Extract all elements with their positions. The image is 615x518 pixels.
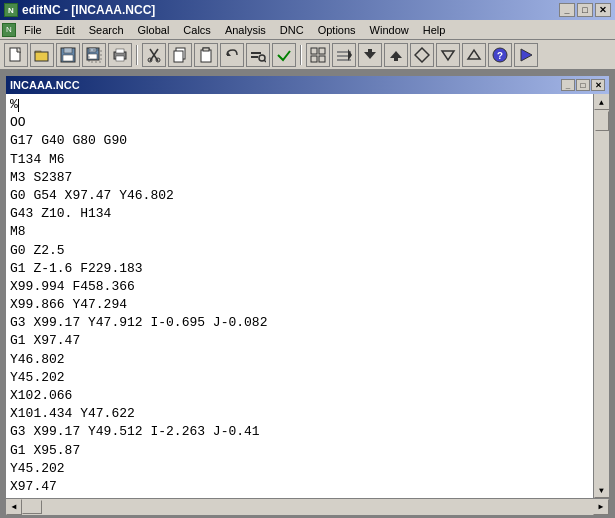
find-button[interactable] (246, 43, 270, 67)
cut-button[interactable] (142, 43, 166, 67)
code-line: G1 X95.87 (10, 443, 80, 458)
up-button[interactable] (384, 43, 408, 67)
title-controls: _ □ ✕ (559, 3, 611, 17)
vertical-scrollbar[interactable]: ▲ ▼ (593, 94, 609, 498)
menu-file[interactable]: File (18, 22, 48, 38)
svg-marker-40 (442, 51, 454, 60)
svg-rect-8 (88, 54, 97, 59)
mdi-title: INCAAA.NCC (10, 79, 80, 91)
menu-options[interactable]: Options (312, 22, 362, 38)
menu-calcs[interactable]: Calcs (177, 22, 217, 38)
code-line: G43 Z10. H134 (10, 206, 111, 221)
down-button[interactable] (358, 43, 382, 67)
code-line: G1 Z-1.6 F229.183 (10, 261, 143, 276)
triangle-down-button[interactable] (436, 43, 460, 67)
code-line: G1 X97.47 (10, 333, 80, 348)
svg-marker-39 (415, 48, 429, 62)
h-scroll-thumb[interactable] (22, 500, 42, 514)
title-bar-left: N editNC - [INCAAA.NCC] (4, 3, 155, 17)
code-line: G0 G54 X97.47 Y46.802 (10, 188, 174, 203)
svg-rect-4 (64, 48, 72, 53)
svg-line-26 (264, 60, 266, 62)
code-line: X99.866 Y47.294 (10, 297, 127, 312)
save-all-button[interactable] (82, 43, 106, 67)
cursor (18, 99, 19, 112)
new-button[interactable] (4, 43, 28, 67)
toolbar-separator-1 (136, 45, 138, 65)
print-button[interactable] (108, 43, 132, 67)
save-button[interactable] (56, 43, 80, 67)
title-bar: N editNC - [INCAAA.NCC] _ □ ✕ (0, 0, 615, 20)
code-line: M3 S2387 (10, 170, 72, 185)
code-line: T134 M6 (10, 152, 65, 167)
code-line: Y46.802 (10, 352, 65, 367)
code-line: G3 X99.17 Y49.512 I-2.263 J-0.41 (10, 424, 260, 439)
help-button[interactable]: ? (488, 43, 512, 67)
toolbar: ? (0, 40, 615, 70)
toolbar-separator-2 (300, 45, 302, 65)
open-button[interactable] (30, 43, 54, 67)
svg-rect-28 (319, 48, 325, 54)
scroll-right-arrow[interactable]: ▶ (593, 499, 609, 515)
mdi-title-controls: _ □ ✕ (561, 79, 605, 91)
menu-bar: N File Edit Search Global Calcs Analysis… (0, 20, 615, 40)
mdi-maximize-button[interactable]: □ (576, 79, 590, 91)
scroll-left-arrow[interactable]: ◀ (6, 499, 22, 515)
scroll-down-arrow[interactable]: ▼ (594, 482, 610, 498)
menu-analysis[interactable]: Analysis (219, 22, 272, 38)
scroll-track[interactable] (594, 110, 610, 482)
app-icon: N (4, 3, 18, 17)
play-button[interactable] (514, 43, 538, 67)
horizontal-scrollbar[interactable]: ◀ ▶ (6, 498, 609, 514)
svg-rect-38 (394, 57, 398, 61)
h-scroll-track[interactable] (22, 499, 593, 515)
svg-rect-29 (311, 56, 317, 62)
menu-search[interactable]: Search (83, 22, 130, 38)
triangle-up-button[interactable] (462, 43, 486, 67)
svg-rect-12 (116, 56, 124, 61)
menu-edit[interactable]: Edit (50, 22, 81, 38)
code-line: OO (10, 115, 26, 130)
menu-window[interactable]: Window (364, 22, 415, 38)
cursor-line: % (10, 97, 19, 112)
svg-marker-44 (521, 49, 532, 61)
code-line: Y45.202 (10, 370, 65, 385)
code-line: G0 Z2.5 (10, 243, 65, 258)
svg-rect-30 (319, 56, 325, 62)
svg-rect-36 (368, 49, 372, 53)
minimize-button[interactable]: _ (559, 3, 575, 17)
mdi-close-button[interactable]: ✕ (591, 79, 605, 91)
menu-app-icon: N (2, 23, 16, 37)
code-line: G17 G40 G80 G90 (10, 133, 127, 148)
mdi-minimize-button[interactable]: _ (561, 79, 575, 91)
code-editor[interactable]: % OO G17 G40 G80 G90 T134 M6 M3 S2387 G0… (6, 94, 593, 498)
svg-rect-18 (174, 51, 183, 62)
svg-rect-23 (251, 52, 261, 54)
undo-button[interactable] (220, 43, 244, 67)
scroll-up-arrow[interactable]: ▲ (594, 94, 610, 110)
mdi-window: INCAAA.NCC _ □ ✕ % OO G17 G40 G80 G90 T1… (4, 74, 611, 516)
svg-rect-2 (35, 52, 48, 61)
code-line: Y45.202 (10, 461, 65, 476)
grid-button[interactable] (306, 43, 330, 67)
close-button[interactable]: ✕ (595, 3, 611, 17)
menu-global[interactable]: Global (132, 22, 176, 38)
code-line: X101.434 Y47.622 (10, 406, 135, 421)
svg-rect-21 (203, 48, 209, 51)
check-button[interactable] (272, 43, 296, 67)
menu-dnc[interactable]: DNC (274, 22, 310, 38)
scroll-thumb[interactable] (595, 111, 609, 131)
editor-area[interactable]: % OO G17 G40 G80 G90 T134 M6 M3 S2387 G0… (6, 94, 609, 498)
copy-button[interactable] (168, 43, 192, 67)
code-line: G3 X99.17 Y47.912 I-0.695 J-0.082 (10, 315, 267, 330)
diamond-button[interactable] (410, 43, 434, 67)
svg-rect-20 (201, 50, 211, 62)
menu-help[interactable]: Help (417, 22, 452, 38)
maximize-button[interactable]: □ (577, 3, 593, 17)
svg-marker-37 (390, 51, 402, 58)
svg-rect-11 (116, 49, 124, 53)
svg-rect-27 (311, 48, 317, 54)
svg-text:?: ? (497, 51, 503, 62)
tool2-button[interactable] (332, 43, 356, 67)
paste-button[interactable] (194, 43, 218, 67)
